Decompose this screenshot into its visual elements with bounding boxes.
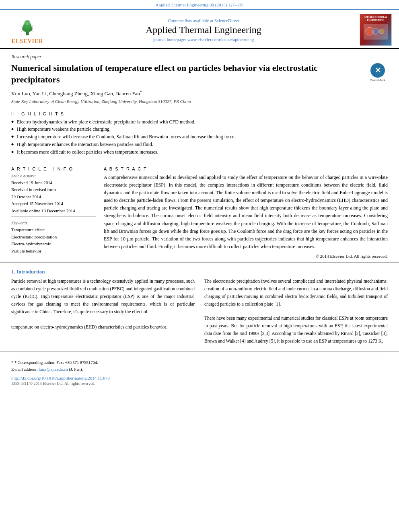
highlights-list: Electro-hydrodynamics in wire-plate elec…	[11, 119, 388, 156]
article-title: Numerical simulation of temperature effe…	[11, 62, 368, 85]
keywords-section: Keywords: Temperature effect Electrostat…	[11, 221, 96, 254]
highlight-item: High temperature weakens the particle ch…	[11, 126, 388, 133]
intro-col-right: The electrostatic precipitation involves…	[204, 277, 388, 345]
keywords-label: Keywords:	[11, 221, 96, 225]
intro-number: 1.	[11, 269, 15, 275]
svg-point-10	[372, 28, 379, 35]
article-info-heading: A R T I C L E I N F O	[11, 166, 96, 171]
crossmark-label: CrossMark	[370, 78, 386, 82]
footnote-divider	[11, 357, 388, 357]
corresponding-star: *	[140, 89, 142, 94]
intro-heading: 1. Introduction	[11, 269, 388, 275]
intro-para-3: There have been many experimental and nu…	[204, 314, 388, 345]
svg-line-4	[21, 25, 23, 27]
highlight-item: High temperature enhances the interactio…	[11, 141, 388, 148]
contents-label: Contents lists available at	[168, 18, 213, 23]
affiliation: State Key Laboratory of Clean Energy Uti…	[11, 99, 388, 104]
divider-1	[11, 108, 388, 108]
keyword-4: Particle behavior	[11, 248, 96, 255]
journal-header-center: Contents lists available at ScienceDirec…	[47, 18, 360, 42]
crossmark-circle: ✕	[370, 63, 385, 78]
footnote-email-row: E-mail address: fanjr@zju.edu.cn (J. Fan…	[11, 366, 388, 373]
keyword-3: Electro-hydrodynamic	[11, 240, 96, 247]
cover-title-text: APPLIED THERMAL ENGINEERING	[362, 16, 390, 22]
intro-para-2: The electrostatic precipitation involves…	[204, 277, 388, 308]
divider-info	[11, 216, 96, 217]
highlights-heading: H I G H L I G H T S	[11, 111, 388, 116]
article-history-label: Article history:	[11, 174, 96, 178]
intro-two-col: Particle removal at high temperatures is…	[11, 277, 388, 345]
page-wrapper: Applied Thermal Engineering 88 (2015) 12…	[0, 0, 399, 532]
copyright: © 2014 Elsevier Ltd. All rights reserved…	[104, 254, 388, 259]
footnote-name: (J. Fan).	[69, 367, 83, 372]
main-content: Research paper Numerical simulation of t…	[0, 49, 399, 259]
elsevier-tree-icon	[15, 15, 39, 37]
keyword-2: Electrostatic precipitation	[11, 234, 96, 240]
footnote-star-text: * Corresponding author. Fax: +86 571 879…	[14, 360, 98, 365]
footnote-star-symbol: *	[11, 360, 14, 365]
authors-text: Kun Luo, Yan Li, Chenghang Zheng, Xiang …	[11, 91, 140, 97]
crossmark-badge: ✕ CrossMark	[368, 62, 388, 82]
authors: Kun Luo, Yan Li, Chenghang Zheng, Xiang …	[11, 89, 388, 97]
svg-line-5	[32, 25, 34, 27]
footnote-corresponding: * * Corresponding author. Fax: +86 571 8…	[11, 359, 388, 366]
journal-header: ELSEVIER Contents lists available at Sci…	[0, 10, 399, 49]
journal-homepage-label: journal homepage:	[153, 37, 186, 42]
elsevier-logo: ELSEVIER	[7, 15, 47, 45]
intro-heading-text: Introduction	[16, 269, 45, 275]
sciencedirect-link[interactable]: ScienceDirect	[214, 18, 239, 23]
intro-col-left: Particle removal at high temperatures is…	[11, 277, 195, 345]
cover-graphic-svg	[364, 24, 388, 39]
highlight-item: It becomes more difficult to collect par…	[11, 149, 388, 156]
footnote-area: * * Corresponding author. Fax: +86 571 8…	[0, 351, 399, 390]
footnote-email[interactable]: fanjr@zju.edu.cn	[39, 367, 68, 372]
intro-para-1: Particle removal at high temperatures is…	[11, 277, 195, 331]
introduction-section: 1. Introduction Particle removal at high…	[0, 263, 399, 345]
abstract-heading: A B S T R A C T	[104, 166, 388, 171]
article-title-row: Numerical simulation of temperature effe…	[11, 62, 388, 85]
journal-reference: Applied Thermal Engineering 88 (2015) 12…	[156, 2, 244, 7]
received-date: Received 19 June 2014	[11, 179, 96, 186]
doi-link[interactable]: http://dx.doi.org/10.1016/j.applthermale…	[11, 376, 388, 380]
accepted-date: Accepted 15 November 2014	[11, 200, 96, 207]
section-label: Research paper	[11, 54, 388, 60]
elsevier-text-label: ELSEVIER	[12, 38, 43, 45]
contents-line: Contents lists available at ScienceDirec…	[47, 18, 360, 23]
svg-point-3	[25, 20, 31, 25]
footnote-email-label: E-mail address:	[11, 367, 38, 372]
abstract-col: A B S T R A C T A comprehensive numerica…	[104, 163, 388, 259]
journal-homepage: journal homepage: www.elsevier.com/locat…	[47, 37, 360, 42]
svg-point-11	[379, 29, 384, 34]
received-revised-date: 29 October 2014	[11, 193, 96, 200]
received-revised-label: Received in revised form	[11, 186, 96, 193]
issn-line: 1359-4311/© 2014 Elsevier Ltd. All right…	[11, 381, 388, 386]
journal-homepage-url[interactable]: www.elsevier.com/locate/apthermeng	[187, 37, 254, 42]
info-abstract-section: A R T I C L E I N F O Article history: R…	[11, 163, 388, 259]
highlight-item: Electro-hydrodynamics in wire-plate elec…	[11, 119, 388, 125]
journal-title: Applied Thermal Engineering	[47, 25, 360, 35]
highlight-item: Increasing temperature will decrease the…	[11, 134, 388, 140]
crossmark-icon: ✕	[375, 66, 381, 75]
cover-graphic	[364, 24, 388, 40]
article-info-col: A R T I C L E I N F O Article history: R…	[11, 163, 96, 259]
abstract-text: A comprehensive numerical model is devel…	[104, 174, 388, 251]
available-online: Available online 13 December 2014	[11, 207, 96, 214]
divider-2	[11, 159, 388, 159]
journal-reference-bar: Applied Thermal Engineering 88 (2015) 12…	[0, 0, 399, 10]
journal-cover-image: APPLIED THERMAL ENGINEERING	[360, 14, 392, 46]
keyword-1: Temperature effect	[11, 226, 96, 233]
